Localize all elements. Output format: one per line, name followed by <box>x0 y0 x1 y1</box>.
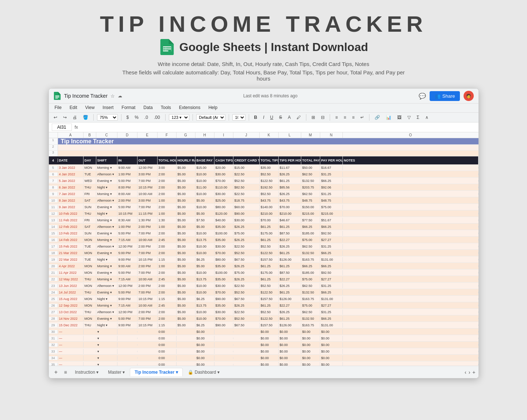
cell-date[interactable]: 9 Jan 2022 <box>58 205 84 210</box>
redo-button[interactable]: ↪ <box>61 114 69 121</box>
star-icon[interactable]: ☆ <box>111 93 115 99</box>
highlight-button[interactable]: 🖊 <box>295 114 303 121</box>
cell-shift[interactable]: Evening ▾ <box>96 270 117 275</box>
cell-shift[interactable]: Night ▾ <box>96 185 117 190</box>
add-sheet-right-button[interactable]: + <box>472 369 475 375</box>
cell-shift[interactable]: Morning ▾ <box>96 165 117 170</box>
percent-button[interactable]: % <box>133 114 140 121</box>
formula-input[interactable] <box>81 125 476 130</box>
comment-icon[interactable]: 💬 <box>419 93 426 100</box>
cell-date[interactable]: 6 Jan 2022 <box>58 185 84 190</box>
filter-button[interactable]: ▽ <box>406 114 412 121</box>
cell-date[interactable]: 3 Jan 2022 <box>58 165 84 170</box>
cell-shift[interactable]: Evening ▾ <box>96 205 117 210</box>
fontsize-select[interactable]: 10 <box>232 114 245 121</box>
cell-date[interactable]: 5 Jan 2022 <box>58 178 84 183</box>
cell-shift[interactable]: Morning ▾ <box>96 218 117 223</box>
format-select[interactable]: 123 ▾ <box>169 114 189 121</box>
menu-view[interactable]: View <box>84 104 96 111</box>
bold-button[interactable]: B <box>252 114 259 121</box>
cell-shift[interactable]: Evening ▾ <box>96 316 117 321</box>
cell-date[interactable]: 15 Feb 2022 <box>58 244 84 249</box>
cell-date[interactable]: 13 Feb 2022 <box>58 231 84 236</box>
italic-button[interactable]: I <box>261 114 266 121</box>
align-button[interactable]: ≡ <box>350 114 356 121</box>
align-center-button[interactable]: ≡ <box>342 114 348 121</box>
cell-date[interactable]: 13 Oct 2022 <box>58 310 84 315</box>
decimal-more-button[interactable]: .0 <box>143 114 150 121</box>
cell-shift[interactable]: Morning ▾ <box>96 237 117 242</box>
menu-help[interactable]: Help <box>207 104 219 111</box>
border-button[interactable]: ⊞ <box>310 114 317 121</box>
menu-extensions[interactable]: Extensions <box>178 104 202 111</box>
cell-shift[interactable]: Night ▾ <box>96 211 117 216</box>
cell-date[interactable]: 13 Jun 2022 <box>58 283 84 288</box>
chevron-up-button[interactable]: ∧ <box>423 114 430 121</box>
tab-tip-income-tracker[interactable]: Tip Income Tracker ▾ <box>130 368 183 376</box>
cell-date[interactable]: 12 May 2022 <box>58 277 84 282</box>
cell-shift[interactable]: Afternoon ▾ <box>96 172 117 177</box>
cell-date[interactable]: 11 Apr 2022 <box>58 270 84 275</box>
menu-tools[interactable]: Tools <box>159 104 173 111</box>
cell-date[interactable]: 15 Aug 2022 <box>58 296 84 302</box>
link-button[interactable]: 🔗 <box>373 114 382 121</box>
cell-shift[interactable]: Morning ▾ <box>96 264 117 269</box>
cell-shift[interactable]: Morning ▾ <box>96 303 117 308</box>
menu-file[interactable]: File <box>53 104 63 111</box>
cell-shift[interactable]: Evening ▾ <box>96 250 117 256</box>
paint-button[interactable]: 🪣 <box>81 114 90 121</box>
wrap-button[interactable]: ↵ <box>359 114 366 121</box>
cell-date[interactable]: 15 Dec 2022 <box>58 323 84 328</box>
menu-insert[interactable]: Insert <box>101 104 115 111</box>
menu-data[interactable]: Data <box>142 104 154 111</box>
cell-date[interactable]: 12 Sep 2022 <box>58 303 84 308</box>
cell-reference-input[interactable] <box>52 124 72 131</box>
scroll-left-button[interactable]: ‹ <box>465 369 466 375</box>
cell-date[interactable]: 22 Mar 2022 <box>58 257 84 262</box>
cell-date[interactable]: 21 Mar 2022 <box>58 250 84 256</box>
cell-shift[interactable]: Night ▾ <box>96 257 117 262</box>
cell-shift[interactable]: Afternoon ▾ <box>96 224 117 229</box>
cell-shift[interactable]: Afternoon ▾ <box>96 244 117 249</box>
currency-button[interactable]: $ <box>125 114 131 121</box>
cell-date[interactable]: 10 Feb 2022 <box>58 211 84 216</box>
cell-shift[interactable]: Evening ▾ <box>96 290 117 295</box>
tab-dashboard[interactable]: 🔒 Dashboard ▾ <box>183 368 224 376</box>
cell-shift[interactable]: Night ▾ <box>96 323 117 328</box>
chart-button[interactable]: 📊 <box>384 114 393 121</box>
menu-edit[interactable]: Edit <box>68 104 79 111</box>
cell-date[interactable]: 11 Feb 2022 <box>58 218 84 223</box>
tab-instruction[interactable]: Instruction ▾ <box>71 368 103 376</box>
cell-date[interactable]: 4 Jan 2022 <box>58 172 84 177</box>
cell-date[interactable]: 7 Jan 2022 <box>58 191 84 197</box>
undo-button[interactable]: ↩ <box>52 114 59 121</box>
decimal-less-button[interactable]: .00 <box>152 114 162 121</box>
cell-shift[interactable]: Morning ▾ <box>96 191 117 197</box>
scroll-right-button[interactable]: › <box>469 369 470 375</box>
merge-button[interactable]: ⊟ <box>319 114 326 121</box>
font-select[interactable]: Default (Ari... <box>196 114 225 121</box>
sheet-list-button[interactable]: ≡ <box>61 368 70 377</box>
text-color-button[interactable]: A <box>286 114 292 121</box>
cell-shift[interactable]: Afternoon ▾ <box>96 310 117 315</box>
image-button[interactable]: 🖼 <box>395 114 403 121</box>
cell-date[interactable]: 8 Jan 2022 <box>58 198 84 203</box>
cell-shift[interactable]: Morning ▾ <box>96 277 117 282</box>
underline-button[interactable]: U <box>268 114 275 121</box>
add-sheet-button[interactable]: + <box>52 368 61 377</box>
cell-date[interactable]: 12 Feb 2022 <box>58 224 84 229</box>
print-button[interactable]: 🖨 <box>71 114 79 121</box>
cell-date[interactable]: 14 Feb 2022 <box>58 237 84 242</box>
cell-shift[interactable]: Evening ▾ <box>96 178 117 183</box>
strikethrough-button[interactable]: S <box>277 114 284 121</box>
function-button[interactable]: Σ <box>415 114 421 121</box>
cell-date[interactable]: 14 Nov 2022 <box>58 316 84 321</box>
zoom-select[interactable]: 75% 100% <box>97 114 118 121</box>
cell-date[interactable]: 14 Jul 2022 <box>58 290 84 295</box>
tab-master[interactable]: Master ▾ <box>104 368 129 376</box>
cell-shift[interactable]: Night ▾ <box>96 296 117 302</box>
share-button[interactable]: 👥 Share <box>430 91 460 101</box>
cell-shift[interactable]: Afternoon ▾ <box>96 283 117 288</box>
cell-shift[interactable]: Afternoon ▾ <box>96 198 117 203</box>
align-left-button[interactable]: ≡ <box>333 114 340 121</box>
